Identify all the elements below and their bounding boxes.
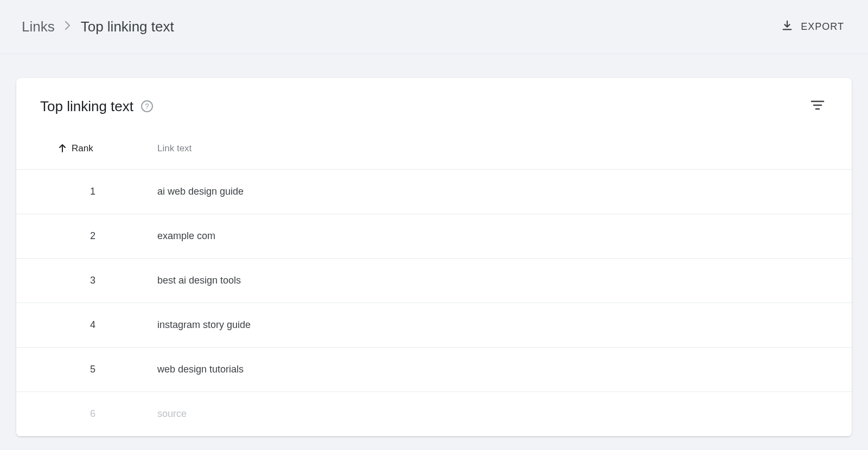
- rank-cell: 5: [16, 364, 125, 375]
- breadcrumb-current: Top linking text: [81, 18, 174, 35]
- arrow-up-icon: [59, 144, 66, 154]
- top-linking-text-card: Top linking text ? Rank Link text 1ai we…: [16, 78, 852, 436]
- filter-icon: [810, 103, 825, 112]
- breadcrumb: Links Top linking text: [22, 18, 174, 35]
- linking-text-table: Rank Link text 1ai web design guide2exam…: [16, 127, 852, 436]
- table-row[interactable]: 4instagram story guide: [16, 303, 852, 348]
- table-row[interactable]: 6source: [16, 392, 852, 436]
- link-text-cell: best ai design tools: [125, 275, 852, 286]
- link-text-header-label: Link text: [157, 143, 192, 154]
- card-title: Top linking text: [40, 98, 133, 115]
- help-icon[interactable]: ?: [141, 100, 153, 112]
- breadcrumb-parent-link[interactable]: Links: [22, 18, 55, 35]
- link-text-cell: source: [125, 408, 852, 420]
- rank-cell: 3: [16, 275, 125, 286]
- link-text-cell: ai web design guide: [125, 186, 852, 197]
- link-text-cell: instagram story guide: [125, 319, 852, 331]
- rank-cell: 2: [16, 230, 125, 242]
- table-header-row: Rank Link text: [16, 127, 852, 170]
- page-header: Links Top linking text EXPORT: [0, 0, 868, 54]
- column-header-rank[interactable]: Rank: [16, 143, 125, 154]
- card-header: Top linking text ?: [16, 78, 852, 127]
- link-text-cell: example com: [125, 230, 852, 242]
- download-icon: [781, 20, 793, 34]
- rank-cell: 6: [16, 408, 125, 420]
- rank-cell: 4: [16, 319, 125, 331]
- rank-cell: 1: [16, 186, 125, 197]
- export-label: EXPORT: [801, 21, 844, 33]
- column-header-link-text[interactable]: Link text: [125, 143, 852, 154]
- link-text-cell: web design tutorials: [125, 364, 852, 375]
- export-button[interactable]: EXPORT: [779, 15, 846, 38]
- rank-header-label: Rank: [72, 143, 93, 154]
- table-row[interactable]: 1ai web design guide: [16, 170, 852, 214]
- table-row[interactable]: 2example com: [16, 214, 852, 259]
- filter-button[interactable]: [807, 97, 828, 116]
- table-row[interactable]: 5web design tutorials: [16, 348, 852, 392]
- chevron-right-icon: [65, 21, 71, 33]
- table-row[interactable]: 3best ai design tools: [16, 259, 852, 303]
